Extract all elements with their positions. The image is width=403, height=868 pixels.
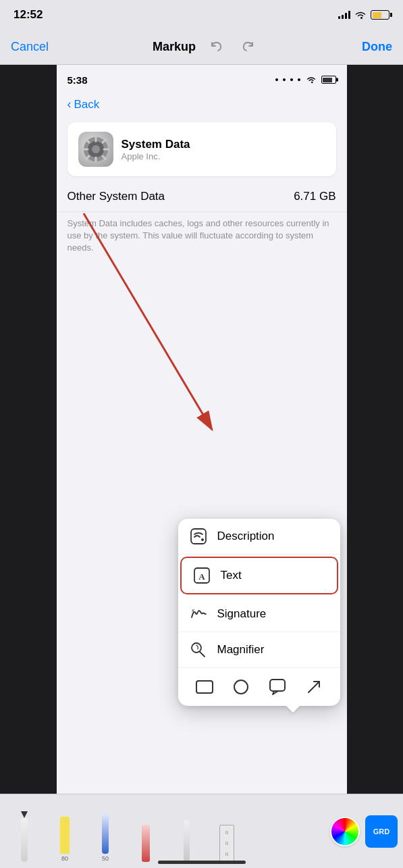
pencil-tool[interactable] [167, 801, 205, 862]
svg-rect-20 [196, 681, 213, 693]
markup-title: Markup [153, 40, 196, 54]
outer-status-bar: 12:52 [0, 0, 403, 30]
inner-wifi-icon [306, 76, 317, 84]
svg-text:A: A [198, 571, 205, 582]
rectangle-icon [195, 680, 214, 694]
settings-gear-icon [82, 136, 109, 163]
dropdown-item-description[interactable]: Description [178, 519, 340, 555]
wifi-icon [354, 10, 367, 20]
cancel-button[interactable]: Cancel [11, 40, 49, 54]
text-label: Text [221, 569, 242, 582]
blue-pen-tool[interactable]: 50 [86, 801, 124, 862]
undo-icon [209, 40, 224, 55]
text-icon: A [192, 566, 211, 585]
signature-label: Signature [217, 607, 267, 621]
description-label: Description [217, 530, 275, 543]
signal-dot-2 [283, 78, 286, 81]
grd-button[interactable]: GRD [365, 815, 398, 848]
outer-status-icons [338, 10, 389, 20]
screenshot-area: 5:38 ‹ Back [0, 65, 403, 794]
blue-pen-body [102, 813, 109, 854]
ruler-tool[interactable]: ||| ||| ||| [208, 801, 246, 862]
circle-shape[interactable] [230, 676, 252, 698]
blue-pen-size: 50 [102, 855, 109, 862]
magnifier-icon-svg [190, 641, 207, 659]
shapes-row [178, 668, 340, 706]
speech-bubble-shape[interactable] [267, 676, 288, 698]
highlighter-body [60, 817, 70, 854]
storage-value: 6.71 GB [294, 190, 335, 203]
redo-button[interactable] [238, 37, 258, 57]
arrow-shape[interactable] [303, 676, 325, 698]
done-button[interactable]: Done [362, 40, 392, 54]
blue-pen-shape [102, 813, 109, 854]
text-icon-svg: A [193, 567, 211, 584]
markup-toolbar: Cancel Markup Done [0, 30, 403, 65]
highlighter-size: 80 [61, 855, 68, 862]
svg-rect-22 [270, 680, 285, 691]
svg-point-18 [192, 643, 201, 653]
ruler-body: ||| ||| ||| [219, 825, 234, 862]
grd-label: GRD [373, 827, 389, 836]
ruler-shape: ||| ||| ||| [219, 825, 234, 862]
app-card: System Data Apple Inc. [68, 122, 336, 176]
highlighter-tool[interactable]: 80 [46, 801, 84, 862]
svg-line-19 [200, 652, 205, 657]
signature-icon: x [189, 605, 208, 623]
back-nav[interactable]: ‹ Back [57, 95, 347, 117]
storage-label: Other System Data [68, 190, 165, 203]
app-info: System Data Apple Inc. [122, 138, 190, 161]
description-icon-svg [190, 528, 207, 545]
magnifier-icon [189, 640, 208, 659]
description-icon [189, 527, 208, 546]
markup-title-area: Markup [153, 37, 258, 57]
signal-dot-3 [290, 78, 293, 81]
storage-row: Other System Data 6.71 GB [57, 182, 347, 212]
home-indicator [158, 861, 246, 864]
battery-icon [371, 10, 389, 20]
pen-body [21, 818, 28, 862]
signal-icon [338, 11, 350, 19]
inner-battery-icon [321, 76, 336, 84]
undo-button[interactable] [207, 37, 227, 57]
svg-point-21 [234, 680, 248, 694]
color-picker-button[interactable] [330, 817, 360, 846]
dropdown-item-text[interactable]: A Text [180, 557, 338, 594]
svg-line-23 [308, 682, 319, 692]
dropdown-item-signature[interactable]: x Signature [178, 596, 340, 632]
dropdown-item-magnifier[interactable]: Magnifier [178, 632, 340, 668]
pen-tool-body [21, 811, 28, 862]
red-pen-shape [142, 825, 150, 862]
red-pen-body [142, 825, 150, 862]
dropdown-menu: Description A Text x [178, 519, 340, 706]
rectangle-shape[interactable] [194, 676, 215, 698]
redo-icon [240, 40, 255, 55]
app-icon [78, 132, 113, 167]
pen-tip [21, 811, 28, 818]
back-label: Back [74, 98, 100, 111]
inner-status-bar: 5:38 [57, 65, 347, 95]
magnifier-label: Magnifier [217, 643, 265, 657]
inner-time: 5:38 [68, 74, 88, 86]
pen-tool[interactable] [5, 801, 43, 862]
circle-icon [233, 679, 249, 695]
pencil-shape [184, 820, 190, 862]
app-subtitle: Apple Inc. [122, 151, 190, 161]
svg-point-2 [92, 145, 100, 153]
storage-description: System Data includes caches, logs and ot… [57, 212, 347, 260]
bottom-toolbar: 80 50 ||| ||| ||| GRD [0, 794, 403, 868]
dropdown-tail [286, 706, 300, 713]
pencil-body [184, 820, 190, 862]
outer-time: 12:52 [14, 8, 43, 22]
signal-dot-1 [275, 78, 278, 81]
signal-dot-4 [298, 78, 300, 81]
inner-status-icons [275, 76, 336, 84]
signature-icon-svg: x [190, 605, 207, 623]
red-pen-tool[interactable] [127, 801, 165, 862]
highlighter-shape [60, 817, 70, 854]
screenshot-content: 5:38 ‹ Back [57, 65, 347, 794]
back-chevron-icon: ‹ [68, 97, 72, 111]
app-name: System Data [122, 138, 190, 151]
svg-point-14 [201, 538, 204, 541]
arrow-shape-icon [306, 679, 322, 695]
